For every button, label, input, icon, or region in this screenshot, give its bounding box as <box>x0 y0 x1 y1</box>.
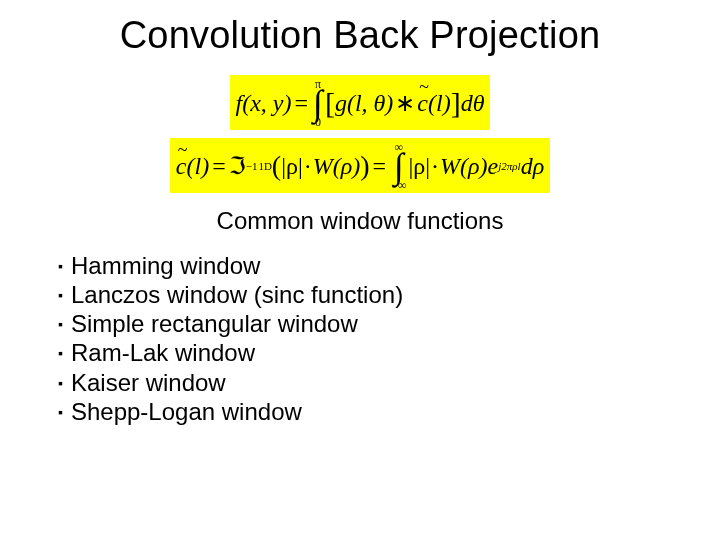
list-item: ▪Ram-Lak window <box>58 338 666 367</box>
eq2-fourier-sub: 1D <box>258 161 271 172</box>
equation-2-wrap: c (l) = ℑ −1 1D ( |ρ| · W (ρ) ) = ∞ ∫ −∞… <box>54 138 666 193</box>
bullet-icon: ▪ <box>58 258 63 280</box>
eq1-g: g <box>335 91 347 115</box>
eq1-dvar: θ <box>473 91 485 115</box>
eq1-lhs: f(x, y) <box>236 91 292 115</box>
eq2-close1: ) <box>360 152 369 180</box>
bullet-list: ▪Hamming window ▪Lanczos window (sinc fu… <box>54 251 666 427</box>
eq1-c-args: (l) <box>428 91 451 115</box>
equation-1: f(x, y) = π ∫ 0 [ g (l, θ) ∗ c (l) ] d θ <box>230 75 491 130</box>
eq2-fourier-sup: −1 <box>246 161 258 172</box>
eq2-d: d <box>521 154 533 178</box>
subtitle: Common window functions <box>54 207 666 235</box>
eq2-absrho1: |ρ| <box>281 154 303 178</box>
eq2-dvar: ρ <box>533 154 545 178</box>
eq2-dot1: · <box>305 154 311 178</box>
bullet-text: Hamming window <box>71 251 260 280</box>
bullet-text: Kaiser window <box>71 368 226 397</box>
list-item: ▪Hamming window <box>58 251 666 280</box>
eq1-c-tilde: c <box>417 91 428 115</box>
bullet-icon: ▪ <box>58 404 63 426</box>
bullet-icon: ▪ <box>58 316 63 338</box>
eq2-W2-args: (ρ) <box>460 154 488 178</box>
eq2-open1: ( <box>272 152 281 180</box>
eq2-e-sup: j2πρl <box>498 161 520 172</box>
eq1-close-bracket: ] <box>451 88 461 118</box>
list-item: ▪Lanczos window (sinc function) <box>58 280 666 309</box>
eq2-W2: W <box>440 154 460 178</box>
eq2-equals2: = <box>373 154 387 178</box>
eq2-int-lower: −∞ <box>391 180 406 191</box>
list-item: ▪Kaiser window <box>58 368 666 397</box>
integral-icon: ∫ <box>394 154 404 179</box>
slide: Convolution Back Projection f(x, y) = π … <box>0 0 720 540</box>
bullet-icon: ▪ <box>58 375 63 397</box>
eq2-c-tilde: c <box>176 154 187 178</box>
eq1-equals: = <box>294 91 308 115</box>
eq2-absrho2: |ρ| <box>408 154 430 178</box>
eq2-c-args: (l) <box>186 154 209 178</box>
eq2-integral: ∞ ∫ −∞ <box>391 142 406 191</box>
eq1-conv: ∗ <box>395 91 415 115</box>
eq2-e: e <box>488 154 499 178</box>
page-title: Convolution Back Projection <box>54 14 666 57</box>
eq1-int-lower: 0 <box>315 117 321 128</box>
bullet-icon: ▪ <box>58 287 63 309</box>
eq2-equals1: = <box>212 154 226 178</box>
bullet-text: Lanczos window (sinc function) <box>71 280 403 309</box>
eq1-open-bracket: [ <box>325 88 335 118</box>
eq1-g-args: (l, θ) <box>347 91 393 115</box>
eq2-dot2: · <box>432 154 438 178</box>
bullet-icon: ▪ <box>58 345 63 367</box>
eq1-d: d <box>461 91 473 115</box>
equation-1-wrap: f(x, y) = π ∫ 0 [ g (l, θ) ∗ c (l) ] d θ <box>54 75 666 130</box>
integral-icon: ∫ <box>313 91 323 116</box>
eq1-integral: π ∫ 0 <box>313 79 323 128</box>
list-item: ▪Shepp-Logan window <box>58 397 666 426</box>
equation-2: c (l) = ℑ −1 1D ( |ρ| · W (ρ) ) = ∞ ∫ −∞… <box>170 138 550 193</box>
list-item: ▪Simple rectangular window <box>58 309 666 338</box>
eq2-W1-args: (ρ) <box>333 154 361 178</box>
bullet-text: Shepp-Logan window <box>71 397 302 426</box>
eq2-fourier: ℑ <box>229 154 246 178</box>
bullet-text: Ram-Lak window <box>71 338 255 367</box>
eq2-W1: W <box>313 154 333 178</box>
bullet-text: Simple rectangular window <box>71 309 358 338</box>
